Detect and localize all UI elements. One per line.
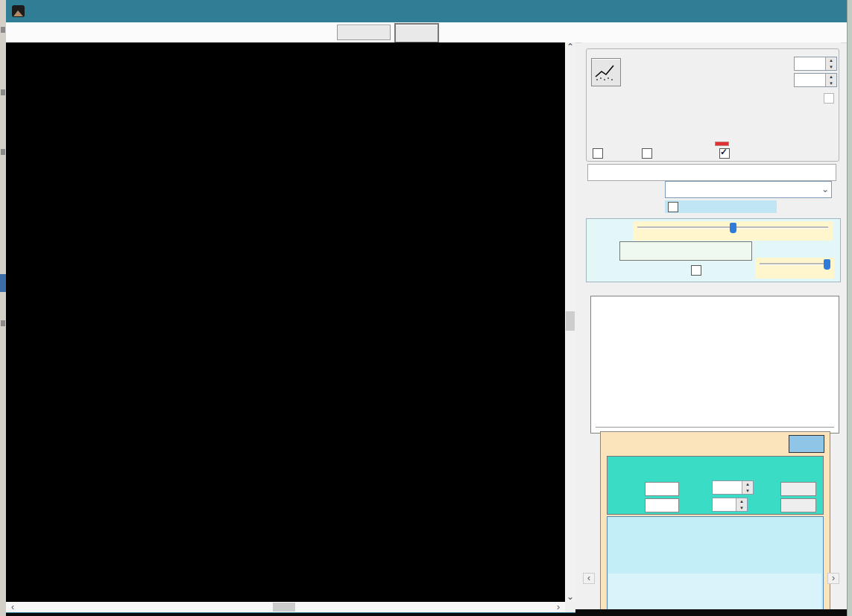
- form-opacity-slider[interactable]: [755, 258, 834, 279]
- background-fragment: [1, 27, 5, 33]
- background-fragment: [1, 89, 5, 95]
- orientation-lock-indicator: [715, 142, 729, 146]
- panel-scroll-left-icon[interactable]: ‹: [583, 573, 595, 584]
- menu-bar: [6, 22, 847, 43]
- relative-brightness-box: ▲▼ ▲▼: [607, 456, 824, 515]
- help-button[interactable]: [789, 435, 824, 453]
- double-stars-show-bar: [587, 164, 836, 181]
- spinner-icon[interactable]: ▲▼: [825, 57, 836, 70]
- size-radio-group: [619, 241, 752, 261]
- tolerance-field[interactable]: ▲▼: [712, 498, 748, 512]
- background-fragment: [1, 149, 5, 155]
- chart-icon: [592, 59, 619, 84]
- desktop-sliver: [847, 0, 852, 616]
- app-window: ⌃ ⌄ ‹ › ▲▼ ▲▼: [0, 0, 852, 616]
- list-divider: [596, 427, 834, 428]
- minimize-button[interactable]: [748, 4, 770, 18]
- ratio-field[interactable]: ▲▼: [712, 480, 754, 495]
- legend-disappear: [18, 563, 31, 577]
- disappear-dot-icon: [18, 565, 26, 574]
- set-miss-times-button[interactable]: [337, 25, 391, 40]
- fit-chart-button[interactable]: [591, 58, 621, 86]
- main-star-drop-input[interactable]: [645, 482, 679, 496]
- scale-slider[interactable]: [633, 221, 833, 241]
- plot-canvas[interactable]: [6, 42, 565, 602]
- quality-dropdown[interactable]: ⌄: [665, 181, 832, 198]
- background-window-sliver: [0, 0, 6, 616]
- editor-button[interactable]: [394, 23, 439, 43]
- spinner-icon[interactable]: ▲▼: [736, 498, 747, 511]
- spinner-icon[interactable]: ▲▼: [825, 74, 836, 86]
- flag-review-checkbox[interactable]: [668, 202, 678, 212]
- mass-y-field[interactable]: ▲▼: [794, 73, 837, 87]
- plot-horizontal-scrollbar[interactable]: ‹ ›: [6, 602, 565, 612]
- scroll-right-icon[interactable]: ›: [553, 602, 564, 612]
- flag-review-highlight: [665, 200, 777, 213]
- panel-scroll-right-icon[interactable]: ›: [827, 573, 839, 584]
- scrollbar-thumb[interactable]: [566, 311, 575, 331]
- mass-x-field[interactable]: ▲▼: [794, 57, 837, 71]
- title-bar[interactable]: [6, 0, 847, 22]
- plot-controls-panel: [586, 218, 841, 282]
- occultation-plot: [6, 42, 565, 602]
- double-star-solution-panel: ▲▼ ▲▼: [600, 431, 830, 609]
- solution-notes: [608, 574, 821, 609]
- circular-checkbox[interactable]: [593, 148, 603, 159]
- shape-model-checkbox: [824, 93, 834, 104]
- include-miss-events-checkbox[interactable]: [719, 148, 730, 159]
- observer-list[interactable]: [590, 296, 839, 434]
- find-best-fit-group: ▲▼ ▲▼: [586, 48, 839, 162]
- background-selection-fragment: [0, 274, 6, 292]
- maximize-button[interactable]: [785, 4, 807, 18]
- main-star-magnitude: [780, 482, 816, 496]
- scroll-up-icon[interactable]: ⌃: [565, 42, 575, 52]
- plot-vertical-scrollbar[interactable]: ⌃ ⌄: [565, 42, 575, 602]
- second-star-drop-input[interactable]: [645, 498, 679, 512]
- spinner-icon[interactable]: ▲▼: [742, 481, 753, 494]
- legend-reappear: [18, 576, 31, 589]
- reappear-dot-icon: [18, 578, 26, 586]
- control-panel: ▲▼ ▲▼ ⌄: [581, 42, 841, 609]
- slider-groove: [760, 263, 830, 265]
- scale-slider-thumb[interactable]: [730, 223, 736, 233]
- background-fragment: [1, 320, 5, 326]
- solution-type-box: [607, 516, 824, 609]
- chevron-down-icon[interactable]: ⌄: [821, 182, 829, 197]
- app-icon: [12, 5, 25, 17]
- scroll-range-checkbox[interactable]: [691, 265, 701, 276]
- close-button[interactable]: [821, 4, 843, 18]
- scroll-left-icon[interactable]: ‹: [7, 602, 18, 612]
- scroll-down-icon[interactable]: ⌄: [565, 592, 575, 602]
- window-bottom-edge-right: [575, 609, 847, 616]
- scrollbar-thumb[interactable]: [273, 603, 295, 612]
- opacity-slider-thumb[interactable]: [824, 259, 830, 270]
- use-assumed-diameter-checkbox[interactable]: [642, 148, 652, 159]
- second-star-magnitude: [780, 498, 816, 512]
